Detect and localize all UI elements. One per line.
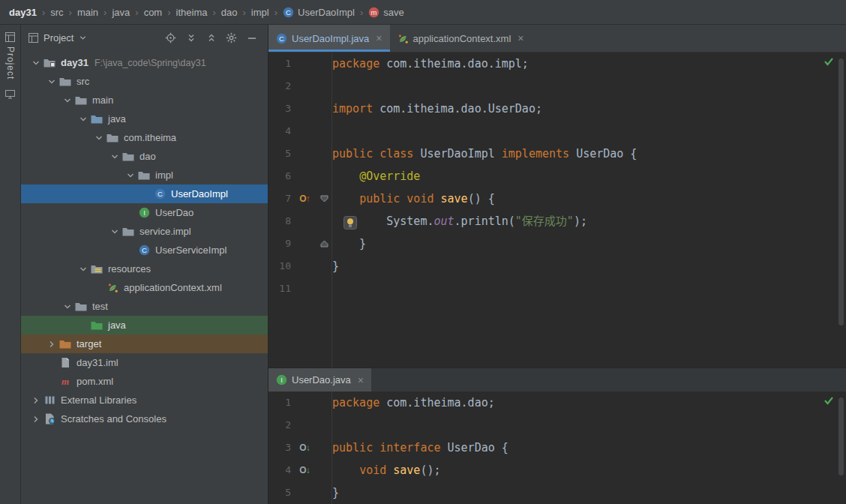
tree-item-main[interactable]: main (21, 91, 268, 110)
code-line[interactable]: 1package com.itheima.dao.impl; (268, 52, 846, 75)
tree-item-userdao[interactable]: IUserDao (21, 203, 268, 222)
breadcrumb-label: UserDaoImpl (298, 7, 355, 18)
implemented-icon[interactable]: O↓ (291, 442, 318, 453)
breadcrumb-item-day31[interactable]: day31 (9, 7, 37, 18)
code-line[interactable]: 3O↓public interface UserDao { (268, 436, 846, 459)
settings-icon[interactable] (223, 30, 240, 46)
scrollbar-thumb[interactable] (838, 398, 844, 476)
tree-item-pom-xml[interactable]: mpom.xml (21, 372, 268, 391)
breadcrumb-item-save[interactable]: msave (368, 7, 404, 18)
tree-item-target[interactable]: target (21, 334, 268, 353)
tree-item-src[interactable]: src (21, 72, 268, 91)
line-number: 7 (268, 188, 291, 210)
breadcrumb-item-java[interactable]: java (112, 7, 130, 18)
code-line[interactable]: 11 (268, 278, 846, 300)
tree-item-com-itheima[interactable]: com.itheima (21, 128, 268, 147)
breadcrumb-item-impl[interactable]: impl (251, 7, 269, 18)
code-line[interactable]: 10} (268, 255, 846, 278)
tree-item-dao[interactable]: dao (21, 147, 268, 166)
inspections-ok-icon[interactable] (824, 57, 834, 66)
code-line[interactable]: 6 @Override (268, 165, 846, 188)
close-icon[interactable]: × (518, 33, 524, 44)
breadcrumb-item-src[interactable]: src (50, 7, 63, 18)
line-number: 6 (268, 165, 291, 188)
chevron-down-icon[interactable] (107, 227, 122, 236)
code-line[interactable]: 7O↑ public void save() { (268, 188, 846, 210)
folder-icon (74, 302, 88, 311)
project-panel-title[interactable]: Project (44, 32, 74, 44)
tree-item-external-libraries[interactable]: External Libraries (21, 391, 268, 410)
code-line[interactable]: 4 (268, 120, 846, 142)
tree-item-test[interactable]: test (21, 297, 268, 316)
monitor-icon[interactable] (5, 90, 15, 99)
tree-item-scratches-and-consoles[interactable]: Scratches and Consoles (21, 410, 268, 428)
tree-item-java[interactable]: java (21, 110, 268, 128)
override-icon[interactable]: O↑ (291, 194, 318, 204)
chevron-down-icon[interactable] (123, 171, 137, 180)
chevron-down-icon[interactable] (92, 134, 106, 142)
tab-userdao-java[interactable]: IUserDao.java× (268, 368, 371, 392)
locate-icon[interactable] (162, 30, 179, 46)
chevron-right-icon[interactable] (28, 415, 43, 424)
breadcrumb-item-itheima[interactable]: itheima (176, 7, 208, 18)
editor-userdao[interactable]: 1package com.itheima.dao;23O↓public inte… (268, 392, 846, 504)
gutter: 9 (268, 232, 332, 255)
tree-item-resources[interactable]: resources (21, 260, 268, 278)
tree-item-path: F:\java_code\Spring\day31 (94, 58, 206, 68)
tool-strip-project-button[interactable]: Project (5, 32, 16, 80)
code-line[interactable]: 4O↓ void save(); (268, 459, 846, 482)
code-line[interactable]: 2 (268, 414, 846, 436)
tree-item-day31-iml[interactable]: day31.iml (21, 353, 268, 372)
chevron-down-icon[interactable] (44, 77, 58, 86)
chevron-down-icon[interactable] (28, 58, 43, 68)
chevron-down-icon[interactable] (60, 96, 74, 105)
tree-item-label: Scratches and Consoles (61, 413, 166, 424)
breadcrumb-item-dao[interactable]: dao (221, 7, 238, 18)
line-number: 3 (268, 436, 291, 459)
code-line[interactable]: 2 (268, 75, 846, 98)
code-line[interactable]: 5} (268, 482, 846, 504)
code-line[interactable]: 9 } (268, 232, 846, 255)
breadcrumb-item-main[interactable]: main (77, 7, 98, 18)
tree-item-day31[interactable]: day31F:\java_code\Spring\day31 (21, 53, 268, 72)
implemented-icon[interactable]: O↓ (291, 465, 318, 476)
tree-item-userserviceimpl[interactable]: CUserServiceImpl (21, 241, 268, 260)
code-line[interactable]: 1package com.itheima.dao; (268, 392, 846, 414)
chevron-right-icon[interactable] (44, 340, 58, 349)
collapse-all-icon[interactable] (202, 30, 220, 46)
tab-applicationcontext-xml[interactable]: applicationContext.xml× (390, 25, 532, 52)
scrollbar-thumb[interactable] (838, 58, 844, 326)
breadcrumb-item-userdaoimpl[interactable]: CUserDaoImpl (283, 7, 355, 18)
tab-userdaoimpl-java[interactable]: CUserDaoImpl.java× (268, 25, 390, 52)
tree-item-java[interactable]: java (21, 316, 268, 334)
breadcrumb-item-com[interactable]: com (144, 7, 163, 18)
chevron-right-icon[interactable] (28, 396, 43, 405)
fold-down-icon[interactable] (318, 195, 330, 202)
fold-up-icon[interactable] (318, 240, 330, 248)
tree-item-service-impl[interactable]: service.impl (21, 222, 268, 241)
code-line[interactable]: 3import com.itheima.dao.UserDao; (268, 98, 846, 120)
chevron-down-icon[interactable] (107, 152, 122, 161)
line-number: 4 (268, 459, 291, 482)
project-panel: Project day31F:\java_code\Spring\day31sr… (21, 25, 268, 504)
code-line[interactable]: 5public class UserDaoImpl implements Use… (268, 142, 846, 165)
chevron-down-icon[interactable] (76, 115, 90, 124)
close-icon[interactable]: × (358, 375, 364, 386)
tree-item-impl[interactable]: impl (21, 166, 268, 184)
tree-item-label: UserServiceImpl (155, 244, 226, 256)
chevron-down-icon[interactable] (79, 34, 87, 42)
code-line[interactable]: 8 System.out.println("保存成功"); (268, 210, 846, 232)
gutter: 10 (268, 255, 332, 278)
inspections-ok-icon[interactable] (824, 396, 834, 405)
close-icon[interactable]: × (376, 33, 382, 44)
editor-userdaoimpl[interactable]: 1package com.itheima.dao.impl;23import c… (268, 52, 846, 368)
code-text: @Override (332, 165, 846, 188)
chevron-down-icon[interactable] (76, 265, 90, 274)
hide-icon[interactable] (243, 30, 260, 46)
svg-text:C: C (279, 34, 284, 42)
tree-item-userdaoimpl[interactable]: CUserDaoImpl (21, 184, 268, 203)
expand-all-icon[interactable] (182, 30, 200, 46)
tree-item-applicationcontext-xml[interactable]: applicationContext.xml (21, 278, 268, 297)
breadcrumb-label: itheima (176, 7, 208, 18)
chevron-down-icon[interactable] (60, 302, 74, 311)
